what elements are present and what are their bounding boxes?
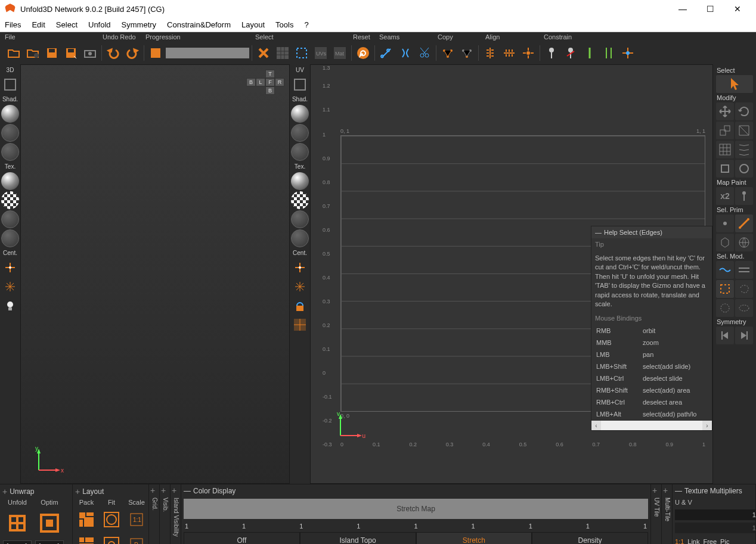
uv-cent2-icon[interactable] <box>291 278 309 296</box>
unfold-mod-icon[interactable] <box>716 160 734 178</box>
constrain-2-icon[interactable] <box>600 44 618 62</box>
island-vis-label[interactable]: Island Visibility <box>172 495 181 539</box>
collapse-icon[interactable]: — <box>595 229 602 236</box>
paste-uv-icon[interactable] <box>458 44 476 62</box>
tex-v-input[interactable] <box>675 523 756 533</box>
select-mat-icon[interactable]: Mat <box>331 44 349 62</box>
pack2-button[interactable] <box>75 533 98 544</box>
uv-tile-label[interactable]: UV Tile <box>652 495 661 519</box>
scale-icon[interactable] <box>716 122 734 139</box>
optim-spinner[interactable]: 1⇕ <box>35 540 64 544</box>
help-scrollbar[interactable]: ‹› <box>591 421 712 430</box>
scale1-button[interactable]: 1:1 <box>125 508 148 531</box>
select-grid-icon[interactable] <box>274 44 292 62</box>
rect-sel-icon[interactable] <box>716 280 734 298</box>
edge-prim-icon[interactable] <box>735 215 753 232</box>
tex-free-button[interactable]: Free <box>703 538 717 544</box>
menu-edit[interactable]: Edit <box>32 20 45 29</box>
move-icon[interactable] <box>716 102 734 120</box>
plus-icon[interactable]: + <box>161 486 166 495</box>
copy-uv-icon[interactable] <box>439 44 457 62</box>
tex-1-1-button[interactable]: 1:1 <box>675 538 684 544</box>
uv-wire2-icon[interactable] <box>291 143 309 161</box>
menu-layout[interactable]: Layout <box>241 20 265 29</box>
plus-icon[interactable]: + <box>150 486 155 495</box>
sym-next-icon[interactable] <box>735 327 753 344</box>
3d-viewport[interactable]: T BLFR B y x <box>20 64 290 484</box>
plus-icon[interactable]: + <box>75 487 80 496</box>
fit2-button[interactable] <box>100 533 123 544</box>
uv-cent1-icon[interactable] <box>291 259 309 276</box>
3d-tex-white-icon[interactable] <box>1 172 19 190</box>
unfold-button[interactable] <box>2 508 32 538</box>
3d-shaded-icon[interactable] <box>1 105 19 123</box>
uv-frame-icon[interactable] <box>291 76 309 94</box>
3d-tex3-icon[interactable] <box>1 210 19 228</box>
menu-tools[interactable]: Tools <box>275 20 293 29</box>
tab-off[interactable]: Off <box>184 532 300 544</box>
multi-tile-label[interactable]: Multi-Tile <box>663 495 672 524</box>
lasso-sel-icon[interactable] <box>735 280 753 298</box>
scale2-button[interactable]: P <box>125 533 148 544</box>
unfold-spinner[interactable]: 1⇕ <box>3 540 32 544</box>
tex-u-input[interactable] <box>675 509 756 520</box>
uv-grid-icon[interactable] <box>291 316 309 334</box>
unpin-icon[interactable] <box>562 44 580 62</box>
open-icon[interactable] <box>5 44 23 62</box>
select-cursor-icon[interactable] <box>716 75 753 93</box>
tab-island-topo[interactable]: Island Topo <box>300 532 416 544</box>
fit1-button[interactable] <box>100 508 123 531</box>
3d-wire2-icon[interactable] <box>1 143 19 161</box>
vertex-prim-icon[interactable] <box>716 215 734 232</box>
align-v-icon[interactable] <box>500 44 518 62</box>
paint-icon[interactable] <box>735 187 753 205</box>
collapse-icon[interactable]: — <box>184 487 191 495</box>
tab-density[interactable]: Density <box>532 532 648 544</box>
3d-cent2-icon[interactable] <box>1 278 19 296</box>
open-recent-icon[interactable] <box>24 44 42 62</box>
uv-lock-icon[interactable] <box>291 297 309 315</box>
warp-icon[interactable] <box>735 141 753 158</box>
deselect-icon[interactable] <box>255 44 272 62</box>
uv-tex4-icon[interactable] <box>291 229 309 247</box>
optim-button[interactable] <box>35 508 64 538</box>
uv-viewport[interactable]: 1.31.2 1.11 0.90.8 0.70.6 0.50.4 0.30.2 … <box>310 64 713 484</box>
tex-pic-button[interactable]: Pic <box>720 538 729 544</box>
island-prim-icon[interactable] <box>735 234 753 251</box>
align-center-icon[interactable] <box>519 44 537 62</box>
redo-icon[interactable] <box>123 44 141 62</box>
menu-constrain-deform[interactable]: Constrain&Deform <box>167 20 231 29</box>
loop-mod-icon[interactable] <box>716 261 734 279</box>
uv-checker-icon[interactable] <box>291 191 309 209</box>
ring-mod-icon[interactable] <box>735 261 753 279</box>
uv-wire-icon[interactable] <box>291 124 309 142</box>
constrain-3-icon[interactable] <box>619 44 637 62</box>
undo-icon[interactable] <box>104 44 122 62</box>
select-element-icon[interactable] <box>293 44 311 62</box>
grid-label[interactable]: Grid. <box>150 495 159 513</box>
3d-frame-icon[interactable] <box>1 76 19 94</box>
menu-symmetry[interactable]: Symmetry <box>122 20 157 29</box>
nav-cube[interactable]: T BLFR B <box>246 70 284 95</box>
3d-tex4-icon[interactable] <box>1 229 19 247</box>
tex-link-button[interactable]: Link <box>687 538 699 544</box>
close-button[interactable]: ✕ <box>724 0 751 18</box>
relax-icon[interactable] <box>735 160 753 178</box>
brush-sel-icon[interactable] <box>716 299 734 317</box>
plus-icon[interactable]: + <box>172 486 176 495</box>
3d-light-icon[interactable] <box>1 297 19 315</box>
3d-checker-icon[interactable] <box>1 191 19 209</box>
tab-stretch[interactable]: Stretch <box>416 532 532 544</box>
pin-icon[interactable] <box>543 44 560 62</box>
free-sel-icon[interactable] <box>735 299 753 317</box>
pack1-button[interactable] <box>75 508 98 531</box>
plus-icon[interactable]: + <box>663 486 668 495</box>
3d-cent1-icon[interactable] <box>1 259 19 276</box>
save-as-icon[interactable] <box>62 44 80 62</box>
deform-icon[interactable] <box>735 122 753 139</box>
x2-button[interactable]: x2 <box>716 187 734 205</box>
menu-unfold[interactable]: Unfold <box>88 20 111 29</box>
reset-icon[interactable] <box>354 44 372 62</box>
auto-cut-icon[interactable] <box>416 44 433 62</box>
face-prim-icon[interactable] <box>716 234 734 251</box>
